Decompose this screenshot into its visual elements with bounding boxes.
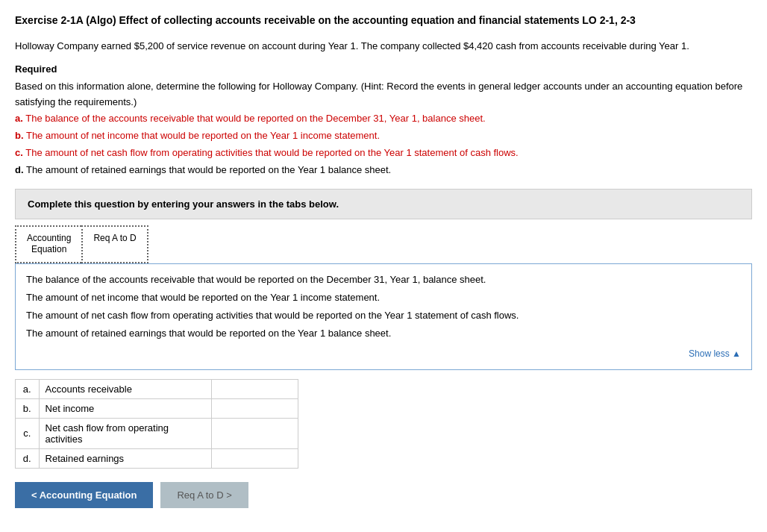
show-less-button[interactable]: Show less ▲ [26, 346, 741, 361]
instruction-line-4: The amount of retained earnings that wou… [26, 325, 741, 342]
row-b-desc: Net income [39, 398, 212, 418]
instruction-panel: The balance of the accounts receivable t… [15, 263, 752, 370]
required-item-b: b. The amount of net income that would b… [15, 128, 752, 144]
nav-req-a-to-d-button[interactable]: Req A to D > [160, 482, 248, 508]
row-d-desc: Retained earnings [39, 448, 212, 468]
table-row: b. Net income [16, 398, 298, 418]
required-item-a: a. The balance of the accounts receivabl… [15, 111, 752, 127]
required-label: Required [15, 62, 752, 78]
tab-req-a-to-d[interactable]: Req A to D [81, 225, 148, 263]
instruction-line-3: The amount of net cash flow from operati… [26, 307, 741, 324]
show-less-label: Show less [689, 348, 730, 359]
instruction-line-1: The balance of the accounts receivable t… [26, 272, 741, 288]
row-c-desc: Net cash flow from operating activities [39, 418, 212, 448]
nav-buttons: < Accounting Equation Req A to D > [15, 482, 752, 508]
row-a-letter: a. [16, 379, 40, 398]
row-a-desc: Accounts receivable [39, 379, 212, 398]
required-item-c: c. The amount of net cash flow from oper… [15, 145, 752, 161]
row-c-letter: c. [16, 418, 40, 448]
scenario-text: Holloway Company earned $5,200 of servic… [15, 39, 752, 54]
tabs-wrapper: AccountingEquation Req A to D [15, 225, 752, 263]
exercise-title: Exercise 2-1A (Algo) Effect of collectin… [15, 13, 752, 28]
table-row: a. Accounts receivable [16, 379, 298, 398]
row-b-input[interactable] [212, 399, 298, 418]
row-a-input-cell[interactable] [212, 379, 298, 398]
required-section: Required Based on this information alone… [15, 62, 752, 178]
row-d-input-cell[interactable] [212, 448, 298, 468]
row-d-input[interactable] [212, 449, 298, 468]
show-less-arrow-icon: ▲ [730, 348, 741, 359]
required-intro: Based on this information alone, determi… [15, 79, 752, 110]
nav-accounting-equation-button[interactable]: < Accounting Equation [15, 482, 153, 508]
row-c-input[interactable] [212, 424, 298, 442]
row-a-input[interactable] [212, 380, 298, 398]
complete-box: Complete this question by entering your … [15, 189, 752, 219]
table-row: d. Retained earnings [16, 448, 298, 468]
row-b-letter: b. [16, 398, 40, 418]
row-c-input-cell[interactable] [212, 418, 298, 448]
row-d-letter: d. [16, 448, 40, 468]
required-item-d: d. The amount of retained earnings that … [15, 163, 752, 178]
tab-accounting-equation[interactable]: AccountingEquation [15, 225, 81, 263]
instruction-line-2: The amount of net income that would be r… [26, 290, 741, 306]
answer-table: a. Accounts receivable b. Net income c. … [15, 379, 298, 469]
row-b-input-cell[interactable] [212, 398, 298, 418]
table-row: c. Net cash flow from operating activiti… [16, 418, 298, 448]
